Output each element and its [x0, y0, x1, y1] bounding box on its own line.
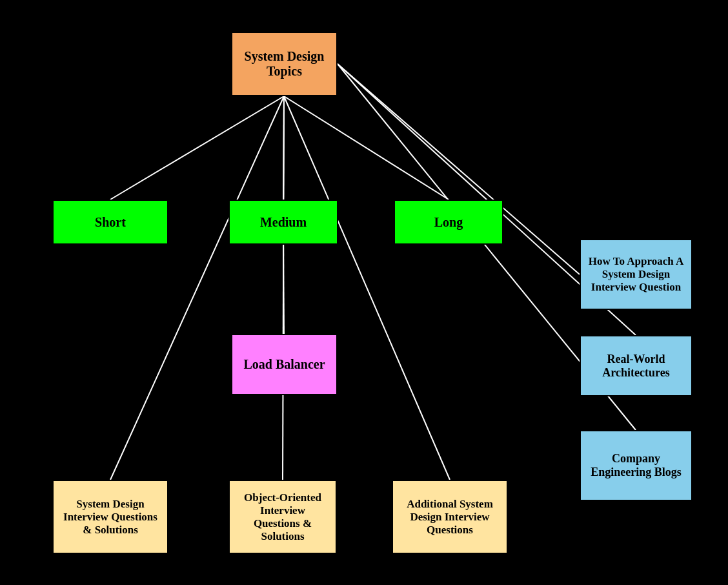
long-node[interactable]: Long	[394, 200, 503, 245]
sd-interview-questions-node[interactable]: System Design Interview Questions & Solu…	[52, 480, 168, 554]
svg-line-7	[110, 96, 284, 480]
svg-line-1	[283, 96, 284, 200]
svg-line-0	[110, 96, 284, 200]
short-node[interactable]: Short	[52, 200, 168, 245]
svg-line-8	[283, 96, 284, 480]
load-balancer-node[interactable]: Load Balancer	[231, 334, 338, 395]
svg-line-2	[284, 96, 449, 200]
real-world-architectures-node[interactable]: Real-World Architectures	[580, 335, 693, 396]
how-to-approach-node[interactable]: How To Approach A System Design Intervie…	[580, 239, 693, 310]
system-design-topics-node[interactable]: System Design Topics	[231, 32, 338, 96]
svg-line-4	[283, 245, 284, 334]
oo-interview-questions-node[interactable]: Object-Oriented Interview Questions & So…	[228, 480, 337, 554]
medium-node[interactable]: Medium	[228, 200, 338, 245]
additional-sd-questions-node[interactable]: Additional System Design Interview Quest…	[392, 480, 508, 554]
company-engineering-blogs-node[interactable]: Company Engineering Blogs	[580, 430, 693, 501]
svg-line-9	[284, 96, 450, 480]
